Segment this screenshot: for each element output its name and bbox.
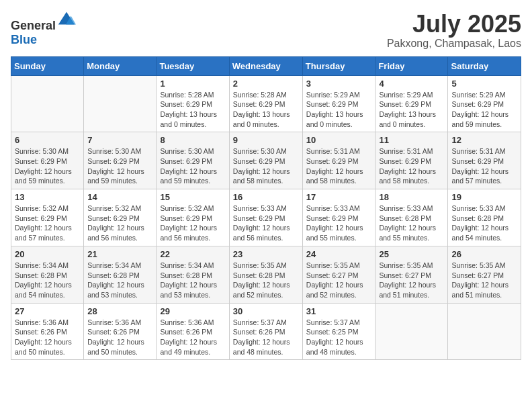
day-info: Sunrise: 5:37 AMSunset: 6:26 PMDaylight:… xyxy=(233,318,299,357)
day-number: 10 xyxy=(306,135,372,145)
day-number: 19 xyxy=(451,192,517,202)
calendar-cell: 21Sunrise: 5:34 AMSunset: 6:28 PMDayligh… xyxy=(84,246,157,303)
calendar-cell: 19Sunrise: 5:33 AMSunset: 6:28 PMDayligh… xyxy=(448,189,521,246)
calendar-cell: 18Sunrise: 5:33 AMSunset: 6:28 PMDayligh… xyxy=(375,189,448,246)
day-info: Sunrise: 5:33 AMSunset: 6:29 PMDaylight:… xyxy=(233,203,299,243)
day-number: 20 xyxy=(15,249,80,259)
day-info: Sunrise: 5:30 AMSunset: 6:29 PMDaylight:… xyxy=(15,146,80,186)
day-info: Sunrise: 5:33 AMSunset: 6:29 PMDaylight:… xyxy=(306,203,372,243)
calendar-cell: 7Sunrise: 5:30 AMSunset: 6:29 PMDaylight… xyxy=(84,132,157,189)
day-number: 25 xyxy=(379,249,444,259)
calendar-cell: 20Sunrise: 5:34 AMSunset: 6:28 PMDayligh… xyxy=(11,246,84,303)
day-info: Sunrise: 5:30 AMSunset: 6:29 PMDaylight:… xyxy=(87,146,152,186)
day-number: 12 xyxy=(451,135,517,145)
calendar-cell: 15Sunrise: 5:32 AMSunset: 6:29 PMDayligh… xyxy=(157,189,229,246)
calendar-cell: 25Sunrise: 5:35 AMSunset: 6:27 PMDayligh… xyxy=(375,246,448,303)
day-number: 1 xyxy=(160,79,225,89)
day-info: Sunrise: 5:31 AMSunset: 6:29 PMDaylight:… xyxy=(451,146,517,186)
day-info: Sunrise: 5:36 AMSunset: 6:26 PMDaylight:… xyxy=(160,318,225,357)
day-number: 13 xyxy=(15,192,80,202)
day-number: 6 xyxy=(15,135,80,145)
day-info: Sunrise: 5:37 AMSunset: 6:25 PMDaylight:… xyxy=(306,318,372,357)
day-number: 24 xyxy=(306,249,372,259)
day-number: 22 xyxy=(160,249,225,259)
day-number: 23 xyxy=(233,249,299,259)
day-info: Sunrise: 5:32 AMSunset: 6:29 PMDaylight:… xyxy=(160,203,225,243)
day-info: Sunrise: 5:28 AMSunset: 6:29 PMDaylight:… xyxy=(160,90,225,130)
calendar-week-row: 20Sunrise: 5:34 AMSunset: 6:28 PMDayligh… xyxy=(11,246,521,303)
day-info: Sunrise: 5:35 AMSunset: 6:28 PMDaylight:… xyxy=(233,261,299,300)
day-info: Sunrise: 5:30 AMSunset: 6:29 PMDaylight:… xyxy=(160,146,225,186)
day-number: 30 xyxy=(233,306,299,316)
calendar-cell: 24Sunrise: 5:35 AMSunset: 6:27 PMDayligh… xyxy=(302,246,375,303)
day-number: 3 xyxy=(306,79,372,89)
day-info: Sunrise: 5:29 AMSunset: 6:29 PMDaylight:… xyxy=(306,90,372,130)
calendar-cell: 26Sunrise: 5:35 AMSunset: 6:27 PMDayligh… xyxy=(448,246,521,303)
day-number: 26 xyxy=(451,249,517,259)
day-number: 7 xyxy=(87,135,152,145)
day-info: Sunrise: 5:33 AMSunset: 6:28 PMDaylight:… xyxy=(451,203,517,243)
weekday-header: Tuesday xyxy=(157,56,229,75)
calendar-cell: 23Sunrise: 5:35 AMSunset: 6:28 PMDayligh… xyxy=(229,246,302,303)
weekday-header: Sunday xyxy=(11,56,84,75)
calendar-cell: 3Sunrise: 5:29 AMSunset: 6:29 PMDaylight… xyxy=(302,75,375,132)
calendar-cell: 2Sunrise: 5:28 AMSunset: 6:29 PMDaylight… xyxy=(229,75,302,132)
day-info: Sunrise: 5:29 AMSunset: 6:29 PMDaylight:… xyxy=(379,90,444,130)
logo-icon xyxy=(57,11,76,30)
calendar-cell xyxy=(84,75,157,132)
title-block: July 2025 Pakxong, Champasak, Laos xyxy=(387,11,521,50)
day-info: Sunrise: 5:31 AMSunset: 6:29 PMDaylight:… xyxy=(379,146,444,186)
weekday-header: Monday xyxy=(84,56,157,75)
calendar-cell: 13Sunrise: 5:32 AMSunset: 6:29 PMDayligh… xyxy=(11,189,84,246)
day-info: Sunrise: 5:36 AMSunset: 6:26 PMDaylight:… xyxy=(87,318,152,357)
day-info: Sunrise: 5:35 AMSunset: 6:27 PMDaylight:… xyxy=(379,261,444,300)
day-number: 31 xyxy=(306,306,372,316)
calendar-cell: 11Sunrise: 5:31 AMSunset: 6:29 PMDayligh… xyxy=(375,132,448,189)
day-number: 27 xyxy=(15,306,80,316)
day-number: 21 xyxy=(87,249,152,259)
calendar-cell: 16Sunrise: 5:33 AMSunset: 6:29 PMDayligh… xyxy=(229,189,302,246)
calendar-cell: 10Sunrise: 5:31 AMSunset: 6:29 PMDayligh… xyxy=(302,132,375,189)
calendar-cell: 31Sunrise: 5:37 AMSunset: 6:25 PMDayligh… xyxy=(302,303,375,360)
calendar-cell: 4Sunrise: 5:29 AMSunset: 6:29 PMDaylight… xyxy=(375,75,448,132)
calendar-week-row: 27Sunrise: 5:36 AMSunset: 6:26 PMDayligh… xyxy=(11,303,521,360)
calendar-table: SundayMondayTuesdayWednesdayThursdayFrid… xyxy=(11,56,521,361)
calendar-cell: 6Sunrise: 5:30 AMSunset: 6:29 PMDaylight… xyxy=(11,132,84,189)
page-header: General Blue July 2025 Pakxong, Champasa… xyxy=(11,11,521,50)
day-info: Sunrise: 5:35 AMSunset: 6:27 PMDaylight:… xyxy=(306,261,372,300)
day-number: 17 xyxy=(306,192,372,202)
day-number: 14 xyxy=(87,192,152,202)
calendar-cell xyxy=(375,303,448,360)
calendar-cell: 29Sunrise: 5:36 AMSunset: 6:26 PMDayligh… xyxy=(157,303,229,360)
day-number: 29 xyxy=(160,306,225,316)
day-info: Sunrise: 5:34 AMSunset: 6:28 PMDaylight:… xyxy=(87,261,152,300)
logo-text: General Blue xyxy=(11,11,76,47)
calendar-cell: 22Sunrise: 5:34 AMSunset: 6:28 PMDayligh… xyxy=(157,246,229,303)
logo-blue: Blue xyxy=(11,33,37,46)
day-number: 5 xyxy=(451,79,517,89)
calendar-cell: 9Sunrise: 5:30 AMSunset: 6:29 PMDaylight… xyxy=(229,132,302,189)
calendar-cell: 28Sunrise: 5:36 AMSunset: 6:26 PMDayligh… xyxy=(84,303,157,360)
day-number: 8 xyxy=(160,135,225,145)
day-info: Sunrise: 5:32 AMSunset: 6:29 PMDaylight:… xyxy=(15,203,80,243)
day-info: Sunrise: 5:30 AMSunset: 6:29 PMDaylight:… xyxy=(233,146,299,186)
calendar-cell xyxy=(11,75,84,132)
weekday-header: Saturday xyxy=(448,56,521,75)
day-info: Sunrise: 5:34 AMSunset: 6:28 PMDaylight:… xyxy=(15,261,80,300)
day-info: Sunrise: 5:35 AMSunset: 6:27 PMDaylight:… xyxy=(451,261,517,300)
month-year-title: July 2025 xyxy=(387,11,521,38)
weekday-header: Wednesday xyxy=(229,56,302,75)
day-info: Sunrise: 5:36 AMSunset: 6:26 PMDaylight:… xyxy=(15,318,80,357)
day-number: 9 xyxy=(233,135,299,145)
logo-general: General xyxy=(11,19,56,32)
day-number: 28 xyxy=(87,306,152,316)
weekday-header: Friday xyxy=(375,56,448,75)
day-info: Sunrise: 5:31 AMSunset: 6:29 PMDaylight:… xyxy=(306,146,372,186)
day-info: Sunrise: 5:33 AMSunset: 6:28 PMDaylight:… xyxy=(379,203,444,243)
location-subtitle: Pakxong, Champasak, Laos xyxy=(387,38,521,50)
calendar-week-row: 6Sunrise: 5:30 AMSunset: 6:29 PMDaylight… xyxy=(11,132,521,189)
day-number: 4 xyxy=(379,79,444,89)
day-number: 16 xyxy=(233,192,299,202)
calendar-week-row: 1Sunrise: 5:28 AMSunset: 6:29 PMDaylight… xyxy=(11,75,521,132)
day-number: 18 xyxy=(379,192,444,202)
